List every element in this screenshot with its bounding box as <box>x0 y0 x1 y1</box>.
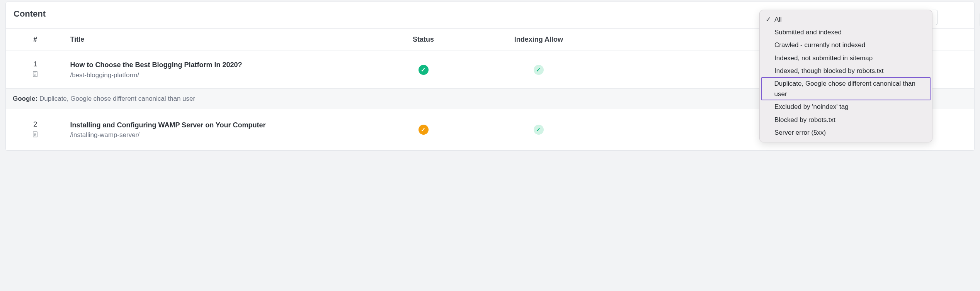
filter-option-highlighted[interactable]: Duplicate, Google chose different canoni… <box>761 77 931 100</box>
group-value: Duplicate, Google chose different canoni… <box>39 95 195 102</box>
filter-option[interactable]: Excluded by 'noindex' tag <box>761 100 931 113</box>
filter-option-label: Submitted and indexed <box>774 27 842 37</box>
row-number-cell: 1 <box>6 51 65 89</box>
col-status[interactable]: Status <box>372 29 475 51</box>
filter-option[interactable]: Blocked by robots.txt <box>761 113 931 126</box>
document-icon <box>11 131 59 139</box>
filter-button-edge[interactable] <box>932 10 938 25</box>
filter-option-label: Blocked by robots.txt <box>774 115 835 125</box>
filter-option-label: Crawled - currently not indexed <box>774 40 865 50</box>
filter-option-label: Server error (5xx) <box>774 127 826 138</box>
col-indexing[interactable]: Indexing Allow <box>475 29 602 51</box>
col-number[interactable]: # <box>6 29 65 51</box>
row-number-cell: 2 <box>6 109 65 151</box>
filter-option[interactable]: Server error (5xx) <box>761 126 931 139</box>
row-number: 1 <box>11 60 59 68</box>
col-hidden-1 <box>603 29 731 51</box>
content-card: Content ✓ All Submitted and indexed Craw… <box>5 2 975 151</box>
col-title[interactable]: Title <box>65 29 372 51</box>
filter-option[interactable]: Indexed, though blocked by robots.txt <box>761 64 931 77</box>
status-ok-icon <box>419 65 429 75</box>
filter-option[interactable]: Submitted and indexed <box>761 26 931 39</box>
item-title[interactable]: How to Choose the Best Blogging Platform… <box>70 60 367 69</box>
card-title: Content <box>14 9 46 19</box>
row-status-cell <box>372 51 475 89</box>
status-warning-icon <box>419 125 429 135</box>
indexing-allowed-icon <box>534 125 544 135</box>
check-icon: ✓ <box>765 14 771 25</box>
filter-option-label: Duplicate, Google chose different canoni… <box>774 78 926 99</box>
row-number: 2 <box>11 120 59 129</box>
row-indexing-cell <box>475 109 602 151</box>
row-title-cell: How to Choose the Best Blogging Platform… <box>65 51 372 89</box>
filter-option-label: Indexed, though blocked by robots.txt <box>774 66 884 76</box>
filter-option-all[interactable]: ✓ All <box>761 13 931 26</box>
document-icon <box>11 71 59 79</box>
filter-dropdown[interactable]: ✓ All Submitted and indexed Crawled - cu… <box>759 10 932 142</box>
item-title[interactable]: Installing and Configuring WAMP Server o… <box>70 120 367 130</box>
item-url: /installing-wamp-server/ <box>70 131 367 139</box>
indexing-allowed-icon <box>534 65 544 75</box>
filter-option-label: All <box>774 14 782 25</box>
filter-option-label: Indexed, not submitted in sitemap <box>774 53 873 63</box>
row-title-cell: Installing and Configuring WAMP Server o… <box>65 109 372 151</box>
group-label: Google: <box>13 95 37 102</box>
row-indexing-cell <box>475 51 602 89</box>
filter-option[interactable]: Indexed, not submitted in sitemap <box>761 52 931 64</box>
item-url: /best-blogging-platform/ <box>70 71 367 79</box>
filter-option-label: Excluded by 'noindex' tag <box>774 102 849 112</box>
row-status-cell <box>372 109 475 151</box>
filter-option[interactable]: Crawled - currently not indexed <box>761 39 931 51</box>
